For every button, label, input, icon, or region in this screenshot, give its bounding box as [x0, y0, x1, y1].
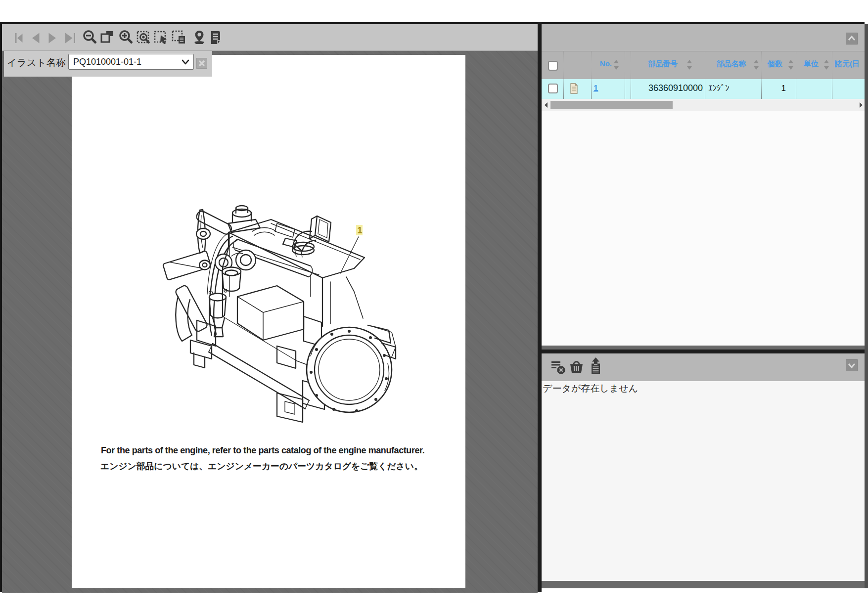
svg-text:1: 1	[358, 225, 363, 235]
